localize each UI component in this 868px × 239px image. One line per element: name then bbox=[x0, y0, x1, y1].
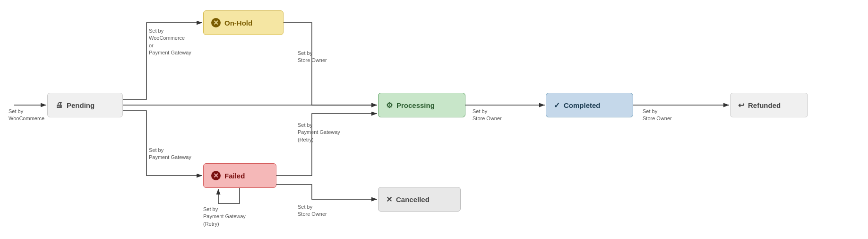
onhold-icon: ✕ bbox=[211, 18, 221, 27]
label-set-by-store-owner-3: Set byStore Owner bbox=[643, 108, 672, 123]
label-set-by-woocommerce-or-gateway: Set byWooCommerceorPayment Gateway bbox=[149, 27, 191, 57]
label-set-by-store-owner-4: Set byStore Owner bbox=[298, 204, 327, 218]
label-set-by-payment-gateway: Set byPayment Gateway bbox=[149, 147, 191, 161]
node-onhold: ✕ On-Hold bbox=[203, 10, 284, 35]
completed-label: Completed bbox=[564, 101, 601, 109]
cancelled-label: Cancelled bbox=[396, 195, 430, 204]
failed-icon: ✕ bbox=[211, 171, 221, 180]
cancelled-icon: ✕ bbox=[386, 195, 392, 204]
label-set-by-payment-gateway-retry-2: Set byPayment Gateway(Retry) bbox=[203, 206, 246, 228]
processing-icon: ⚙ bbox=[386, 101, 393, 110]
completed-icon: ✓ bbox=[554, 101, 560, 110]
label-set-by-store-owner-1: Set byStore Owner bbox=[298, 50, 327, 64]
label-set-by-payment-gateway-retry-1: Set byPayment Gateway(Retry) bbox=[298, 122, 340, 143]
node-failed: ✕ Failed bbox=[203, 163, 276, 188]
onhold-label: On-Hold bbox=[224, 19, 252, 27]
label-set-by-store-owner-2: Set byStore Owner bbox=[473, 108, 502, 123]
node-completed: ✓ Completed bbox=[546, 93, 633, 117]
node-pending: 🖨 Pending bbox=[47, 93, 123, 117]
pending-label: Pending bbox=[67, 101, 95, 109]
refunded-icon: ↩ bbox=[738, 101, 744, 110]
order-flow-diagram: 🖨 Pending ✕ On-Hold ✕ Failed ⚙ Processin… bbox=[0, 0, 868, 239]
label-set-by-woocommerce: Set byWooCommerce bbox=[9, 108, 44, 123]
node-refunded: ↩ Refunded bbox=[730, 93, 808, 117]
node-cancelled: ✕ Cancelled bbox=[378, 187, 461, 212]
pending-icon: 🖨 bbox=[55, 101, 63, 109]
node-processing: ⚙ Processing bbox=[378, 93, 465, 117]
failed-label: Failed bbox=[224, 172, 245, 180]
refunded-label: Refunded bbox=[748, 101, 781, 109]
processing-label: Processing bbox=[396, 101, 435, 109]
